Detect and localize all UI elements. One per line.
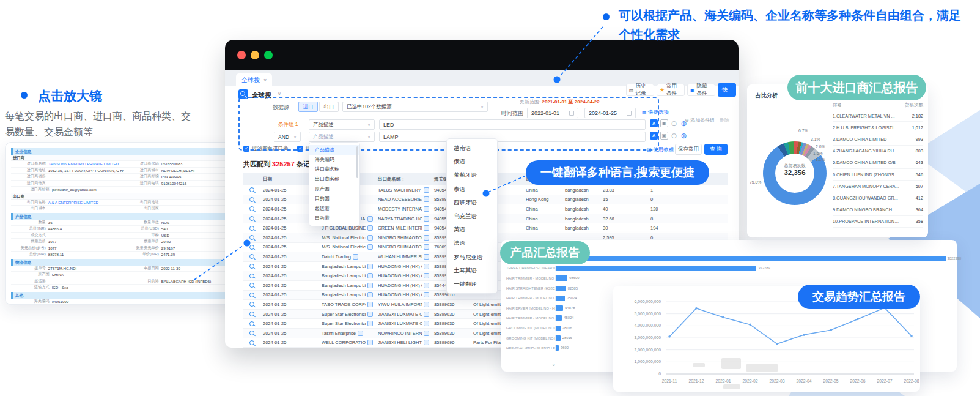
language-dropdown-item[interactable]: 葡萄牙语: [447, 168, 497, 182]
export-toggle[interactable]: 出口: [319, 102, 339, 112]
datasource-select[interactable]: 已选中102个数据源∨: [342, 102, 488, 112]
chevron-down-icon[interactable]: ∨: [278, 91, 281, 97]
field-dropdown-item[interactable]: 海关编码: [309, 155, 359, 165]
language-dropdown-item[interactable]: 越南语: [447, 141, 497, 155]
bar[interactable]: [556, 286, 566, 291]
translate-icon[interactable]: [424, 273, 429, 278]
add-condition-group[interactable]: ⊕ 添加条件组删除: [685, 117, 729, 124]
bar[interactable]: [556, 275, 567, 281]
field-dropdown-item[interactable]: 进口商名称: [309, 165, 359, 174]
table-header-cell[interactable]: 出口商名称↕: [375, 173, 432, 185]
field-dropdown-item[interactable]: 出口商名称: [309, 174, 359, 184]
bar[interactable]: [556, 335, 561, 341]
tab-global-search[interactable]: 全球搜 ×: [236, 73, 272, 86]
condition2-field-select[interactable]: 产品描述∨: [309, 132, 375, 142]
magnifier-cell[interactable]: [243, 204, 260, 214]
condition1-field-select[interactable]: 产品描述∨: [309, 119, 375, 130]
rank-row[interactable]: 1.CLEARWATER METAL VN ...2,182: [833, 110, 923, 122]
magnifier-cell[interactable]: [243, 262, 260, 271]
language-dropdown-item[interactable]: 乌克兰语: [447, 209, 497, 223]
close-window-icon[interactable]: [237, 51, 246, 59]
magnifier-icon[interactable]: [249, 312, 254, 316]
field-dropdown-item[interactable]: 目的国: [309, 194, 359, 204]
translate-icon[interactable]: [367, 225, 373, 231]
magnifier-icon[interactable]: [249, 197, 254, 202]
translate-icon[interactable]: [367, 216, 373, 222]
magnifier-icon[interactable]: [249, 235, 254, 240]
close-tab-icon[interactable]: ×: [263, 77, 267, 83]
translate-icon[interactable]: [424, 225, 429, 231]
maximize-window-icon[interactable]: [264, 51, 273, 59]
magnifier-cell[interactable]: [243, 281, 260, 290]
language-dropdown-item[interactable]: 法语: [447, 236, 497, 250]
rank-row[interactable]: 5.DAMCO CHINA LIMITED O/B643: [833, 157, 923, 169]
magnifier-icon[interactable]: [249, 293, 254, 297]
quick-options-link[interactable]: ▦ 快捷选项: [642, 109, 669, 116]
magnifier-icon[interactable]: [249, 254, 254, 259]
condition2-value-input[interactable]: LAMP: [379, 132, 646, 142]
history-button[interactable]: ▤历史记录: [626, 84, 654, 96]
add-condition-icon[interactable]: ⊕: [680, 132, 688, 140]
rank-row[interactable]: 3.DAMCO CHINA LIMITED993: [833, 133, 923, 145]
language-dropdown-item[interactable]: 土耳其语: [447, 264, 497, 277]
tutorial-link[interactable]: ▤ 使用教程: [647, 146, 674, 154]
delete-group-label[interactable]: 删除: [720, 118, 729, 123]
language-dropdown-item[interactable]: 泰语: [447, 182, 497, 196]
bar[interactable]: [556, 256, 946, 261]
bar[interactable]: [556, 345, 559, 351]
translate-icon[interactable]: [367, 244, 373, 250]
scrollbar[interactable]: [356, 146, 358, 178]
translate-icon[interactable]: [424, 206, 429, 212]
magnifier-icon[interactable]: [249, 283, 254, 288]
remove-condition-icon[interactable]: ⊖: [670, 119, 678, 127]
rank-row[interactable]: 4.ZHANGJIAGANG YIHUA RU...803: [833, 146, 923, 157]
logic-operator-select[interactable]: AND∨: [274, 132, 301, 142]
translate-icon[interactable]: [424, 283, 429, 288]
magnifier-icon[interactable]: [249, 302, 254, 307]
magnifier-icon[interactable]: [249, 331, 254, 335]
translate-icon[interactable]: [424, 331, 429, 336]
bar[interactable]: [556, 266, 756, 271]
date-to-input[interactable]: 2024-01-25: [584, 108, 636, 118]
field-dropdown-item[interactable]: 原产国: [309, 184, 359, 194]
history-condition-icon[interactable]: ▣: [660, 119, 668, 127]
translate-icon[interactable]: A: [650, 132, 658, 140]
hide-conditions-button[interactable]: ▣隐藏条件: [687, 84, 715, 96]
bar[interactable]: [556, 296, 565, 301]
translate-icon[interactable]: [367, 235, 373, 241]
language-dropdown-item[interactable]: 一键翻译: [447, 277, 497, 291]
translate-icon[interactable]: [367, 283, 373, 288]
magnifier-icon[interactable]: [249, 264, 254, 269]
bar[interactable]: [556, 315, 562, 321]
save-common-button[interactable]: 保存常用: [675, 144, 702, 155]
rank-row[interactable]: 6.CHIEN LUEN IND (ZHONGS...546: [833, 169, 923, 181]
minimize-window-icon[interactable]: [251, 51, 259, 59]
add-condition-icon[interactable]: ⊕: [680, 119, 688, 127]
checkbox-checked-icon[interactable]: [243, 146, 249, 152]
magnifier-icon[interactable]: [249, 206, 254, 211]
translate-icon[interactable]: [424, 187, 429, 193]
date-from-input[interactable]: 2022-01-01: [527, 108, 578, 118]
magnifier-cell[interactable]: [243, 291, 260, 300]
magnifier-cell[interactable]: [243, 252, 260, 261]
magnifier-cell[interactable]: [243, 233, 260, 242]
rank-row[interactable]: 7.TANGSHAN MONOPY CERA...507: [833, 181, 923, 192]
checkbox-checked-icon[interactable]: [297, 146, 303, 152]
magnifier-cell[interactable]: [243, 243, 260, 252]
magnifier-icon[interactable]: [249, 187, 254, 192]
add-group-label[interactable]: ⊕ 添加条件组: [685, 118, 715, 123]
bar[interactable]: [556, 326, 561, 331]
translate-icon[interactable]: [367, 312, 373, 317]
magnifier-cell[interactable]: [243, 319, 260, 328]
translate-icon[interactable]: [424, 321, 429, 326]
magnifier-cell[interactable]: [243, 300, 260, 309]
history-condition-icon[interactable]: ▣: [660, 132, 668, 140]
translate-icon[interactable]: [367, 340, 373, 345]
translate-icon[interactable]: [367, 273, 373, 278]
magnifier-cell[interactable]: [243, 223, 260, 233]
translate-icon[interactable]: [424, 312, 429, 317]
translate-icon[interactable]: [424, 244, 429, 250]
condition1-value-input[interactable]: LED: [379, 119, 646, 130]
detail-field-value[interactable]: A & A ENTERPRISE LIMITED: [48, 200, 124, 204]
language-dropdown-item[interactable]: 英语: [447, 223, 497, 236]
